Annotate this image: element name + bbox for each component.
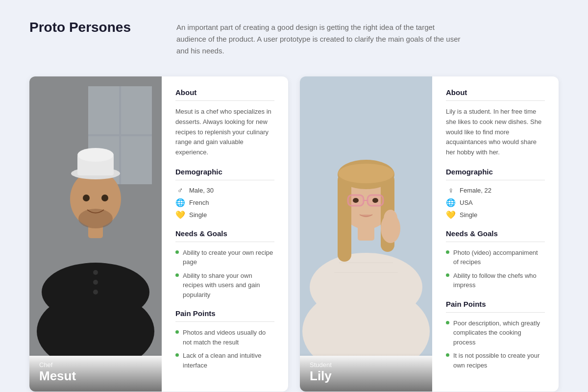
student-needs-list: Photo (video) accompaniment of recipes A… bbox=[446, 248, 545, 290]
bullet-icon bbox=[446, 250, 449, 254]
chef-pain-list: Photos and videos usually do not match t… bbox=[175, 328, 274, 370]
list-item: Ability to create your own recipe page bbox=[175, 248, 274, 267]
student-need-2: Ability to follow the chefs who impress bbox=[453, 271, 545, 290]
student-demographic-nationality: 🌐 USA bbox=[446, 198, 545, 207]
student-gender-value: Female, 22 bbox=[460, 187, 491, 194]
svg-point-10 bbox=[77, 148, 114, 162]
chef-needs-divider bbox=[175, 242, 274, 242]
bullet-icon bbox=[175, 353, 179, 357]
svg-point-35 bbox=[384, 210, 397, 227]
bullet-icon bbox=[446, 273, 449, 277]
list-item: Lack of a clean and intuitive interface bbox=[175, 351, 274, 370]
chef-pain-2: Lack of a clean and intuitive interface bbox=[183, 351, 274, 370]
chef-pain-1: Photos and videos usually do not match t… bbox=[183, 328, 274, 347]
page-title: Proto Persones bbox=[29, 20, 137, 35]
svg-point-26 bbox=[338, 164, 394, 183]
chef-about-text: Mesut is a chef who specializes in desse… bbox=[175, 107, 274, 158]
chef-about-divider bbox=[175, 100, 274, 101]
student-name: Lily bbox=[310, 368, 422, 384]
globe-icon: 🌐 bbox=[446, 198, 456, 207]
svg-rect-24 bbox=[338, 173, 351, 262]
list-item: Poor description, which greatly complica… bbox=[446, 318, 545, 347]
svg-point-32 bbox=[353, 198, 359, 203]
student-needs-divider bbox=[446, 242, 545, 242]
student-pain-1: Poor description, which greatly complica… bbox=[453, 318, 545, 347]
chef-demographic-divider bbox=[175, 180, 274, 180]
chef-nationality-value: French bbox=[189, 199, 209, 206]
student-demographic-divider bbox=[446, 180, 545, 180]
student-nationality-value: USA bbox=[460, 199, 473, 206]
student-demographic-status: 💛 Single bbox=[446, 210, 545, 220]
chef-photo-wrap: Chef Mesut bbox=[29, 76, 162, 392]
page-description: An important part of creating a good des… bbox=[176, 20, 461, 57]
persona-card-student: Student Lily About Lily is a student. In… bbox=[300, 76, 559, 392]
relationship-icon: 💛 bbox=[175, 210, 185, 220]
chef-about-title: About bbox=[175, 88, 274, 97]
student-needs-title: Needs & Goals bbox=[446, 229, 545, 238]
student-photo-wrap: Student Lily bbox=[300, 76, 432, 392]
list-item: Photo (video) accompaniment of recipes bbox=[446, 248, 545, 267]
student-need-1: Photo (video) accompaniment of recipes bbox=[453, 248, 545, 267]
bullet-icon bbox=[446, 321, 449, 324]
chef-status-value: Single bbox=[189, 211, 207, 219]
chef-name: Mesut bbox=[39, 368, 152, 384]
chef-photo bbox=[29, 76, 162, 356]
personas-row: Chef Mesut About Mesut is a chef who spe… bbox=[29, 76, 559, 392]
gender-icon: ♀️ bbox=[446, 186, 456, 195]
list-item: Ability to share your own recipes with u… bbox=[175, 271, 274, 300]
list-item: Ability to follow the chefs who impress bbox=[446, 271, 545, 290]
student-about-title: About bbox=[446, 88, 545, 97]
student-pain-divider bbox=[446, 312, 545, 313]
svg-point-16 bbox=[93, 290, 98, 294]
student-role: Student bbox=[310, 361, 422, 368]
bullet-icon bbox=[175, 273, 179, 277]
svg-point-20 bbox=[310, 253, 422, 321]
list-item: It is not possible to create your own re… bbox=[446, 351, 545, 370]
chef-pain-title: Pain Points bbox=[175, 309, 274, 318]
student-persona-label: Student Lily bbox=[300, 353, 432, 392]
relationship-icon: 💛 bbox=[446, 210, 456, 220]
student-pain-2: It is not possible to create your own re… bbox=[453, 351, 545, 370]
chef-needs-title: Needs & Goals bbox=[175, 229, 274, 238]
chef-demographic-nationality: 🌐 French bbox=[175, 198, 274, 207]
chef-info: About Mesut is a chef who specializes in… bbox=[162, 76, 288, 392]
bullet-icon bbox=[446, 353, 449, 357]
gender-icon: ♂️ bbox=[175, 186, 185, 195]
chef-need-2: Ability to share your own recipes with u… bbox=[183, 271, 274, 300]
bullet-icon bbox=[175, 250, 179, 254]
list-item: Photos and videos usually do not match t… bbox=[175, 328, 274, 347]
chef-demographic-gender: ♂️ Male, 30 bbox=[175, 186, 274, 195]
student-about-divider bbox=[446, 100, 545, 101]
chef-gender-value: Male, 30 bbox=[189, 187, 214, 194]
svg-point-33 bbox=[372, 198, 378, 203]
chef-role: Chef bbox=[39, 361, 152, 368]
student-demographic-title: Demographic bbox=[446, 168, 545, 176]
student-demographic-list: ♀️ Female, 22 🌐 USA 💛 Single bbox=[446, 186, 545, 220]
student-demographic-gender: ♀️ Female, 22 bbox=[446, 186, 545, 195]
chef-demographic-status: 💛 Single bbox=[175, 210, 274, 220]
bullet-icon bbox=[175, 330, 179, 334]
student-about-text: Lily is a student. In her free time she … bbox=[446, 107, 545, 158]
student-status-value: Single bbox=[460, 211, 477, 219]
student-info: About Lily is a student. In her free tim… bbox=[432, 76, 559, 392]
student-photo bbox=[300, 76, 432, 356]
chef-demographic-title: Demographic bbox=[175, 168, 274, 176]
chef-pain-divider bbox=[175, 321, 274, 322]
page-header: Proto Persones An important part of crea… bbox=[29, 20, 559, 57]
svg-point-12 bbox=[83, 195, 90, 201]
student-pain-title: Pain Points bbox=[446, 300, 545, 308]
svg-point-13 bbox=[101, 195, 108, 201]
persona-card-chef: Chef Mesut About Mesut is a chef who spe… bbox=[29, 76, 288, 392]
chef-needs-list: Ability to create your own recipe page A… bbox=[175, 248, 274, 300]
student-pain-list: Poor description, which greatly complica… bbox=[446, 318, 545, 370]
globe-icon: 🌐 bbox=[175, 198, 185, 207]
svg-point-11 bbox=[78, 209, 113, 228]
chef-need-1: Ability to create your own recipe page bbox=[183, 248, 274, 267]
chef-demographic-list: ♂️ Male, 30 🌐 French 💛 Single bbox=[175, 186, 274, 220]
svg-point-15 bbox=[93, 280, 98, 285]
chef-persona-label: Chef Mesut bbox=[29, 353, 162, 392]
svg-point-14 bbox=[93, 270, 98, 275]
